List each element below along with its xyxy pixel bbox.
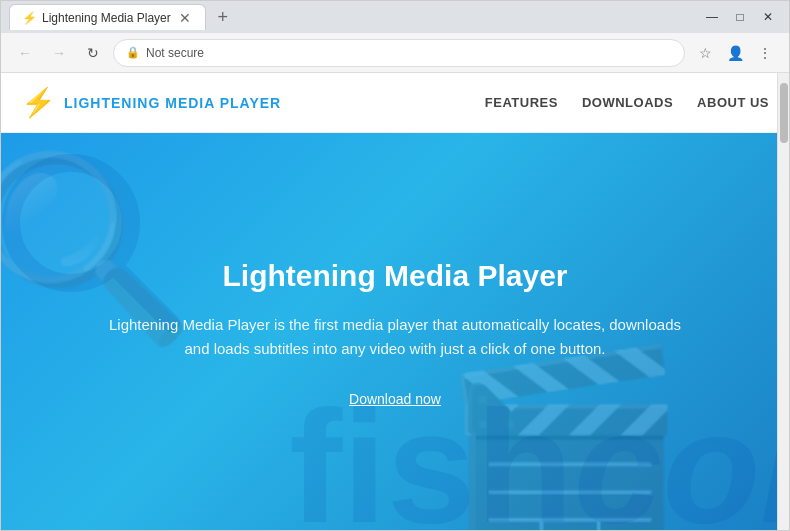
logo-bolt-icon: ⚡ <box>21 86 56 119</box>
nav-link-features[interactable]: FEATURES <box>485 95 558 110</box>
maximize-button[interactable]: □ <box>727 4 753 30</box>
scrollbar[interactable] <box>777 73 789 530</box>
site-logo[interactable]: ⚡ LIGHTENING MEDIA PLAYER <box>21 86 281 119</box>
close-button[interactable]: ✕ <box>755 4 781 30</box>
url-text: Not secure <box>146 46 204 60</box>
title-bar: ⚡ Lightening Media Player ✕ + — □ ✕ <box>1 1 789 33</box>
site-nav-links: FEATURES DOWNLOADS ABOUT US <box>485 95 769 110</box>
tab-favicon: ⚡ <box>22 11 36 25</box>
lock-icon: 🔒 <box>126 46 140 59</box>
tab-close-button[interactable]: ✕ <box>177 10 193 26</box>
hero-description: Lightening Media Player is the first med… <box>95 313 695 361</box>
hero-title: Lightening Media Player <box>222 259 567 293</box>
svg-point-1 <box>11 163 131 283</box>
forward-button[interactable]: → <box>45 39 73 67</box>
window-controls: — □ ✕ <box>699 4 781 30</box>
active-tab[interactable]: ⚡ Lightening Media Player ✕ <box>9 4 206 30</box>
site-navbar: ⚡ LIGHTENING MEDIA PLAYER FEATURES DOWNL… <box>1 73 789 133</box>
menu-button[interactable]: ⋮ <box>751 39 779 67</box>
content-area: ⚡ LIGHTENING MEDIA PLAYER FEATURES DOWNL… <box>1 73 789 530</box>
profile-button[interactable]: 👤 <box>721 39 749 67</box>
minimize-button[interactable]: — <box>699 4 725 30</box>
logo-text: LIGHTENING MEDIA PLAYER <box>64 95 281 111</box>
reload-button[interactable]: ↻ <box>79 39 107 67</box>
nav-link-downloads[interactable]: DOWNLOADS <box>582 95 673 110</box>
hero-section: 🔍 🎬 fishcom Lightening Media Player Ligh… <box>1 133 789 530</box>
bookmark-button[interactable]: ☆ <box>691 39 719 67</box>
url-input[interactable]: 🔒 Not secure <box>113 39 685 67</box>
tab-bar: ⚡ Lightening Media Player ✕ + <box>9 4 699 30</box>
nav-link-about-us[interactable]: ABOUT US <box>697 95 769 110</box>
scrollbar-thumb[interactable] <box>780 83 788 143</box>
download-now-link[interactable]: Download now <box>349 391 441 407</box>
browser-frame: ⚡ Lightening Media Player ✕ + — □ ✕ ← → … <box>0 0 790 531</box>
address-bar: ← → ↻ 🔒 Not secure ☆ 👤 ⋮ <box>1 33 789 73</box>
back-button[interactable]: ← <box>11 39 39 67</box>
tab-title: Lightening Media Player <box>42 11 171 25</box>
new-tab-button[interactable]: + <box>210 4 236 30</box>
address-actions: ☆ 👤 ⋮ <box>691 39 779 67</box>
